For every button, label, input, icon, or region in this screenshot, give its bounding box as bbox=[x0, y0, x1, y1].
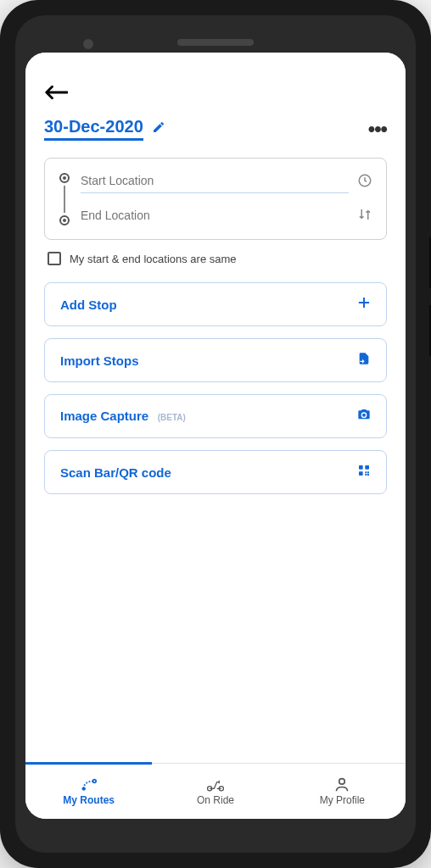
svg-rect-1 bbox=[359, 465, 363, 470]
date-edit-group[interactable]: 30-Dec-2020 bbox=[44, 117, 165, 141]
same-location-checkbox-row[interactable]: My start & end locations are same bbox=[44, 252, 387, 265]
same-location-checkbox[interactable] bbox=[48, 252, 61, 265]
speaker-grille bbox=[177, 39, 254, 46]
svg-point-12 bbox=[339, 778, 345, 784]
nav-my-profile[interactable]: My Profile bbox=[279, 764, 406, 819]
beta-tag: (BETA) bbox=[158, 413, 186, 422]
nav-on-ride[interactable]: On Ride bbox=[152, 764, 278, 819]
nav-my-routes-label: My Routes bbox=[63, 794, 115, 806]
scooter-icon bbox=[205, 777, 226, 793]
start-marker-icon bbox=[59, 173, 70, 183]
status-bar bbox=[25, 53, 406, 76]
svg-rect-4 bbox=[365, 471, 367, 473]
svg-rect-2 bbox=[365, 465, 369, 470]
nav-my-profile-label: My Profile bbox=[320, 794, 365, 806]
import-stops-button[interactable]: Import Stops bbox=[44, 338, 387, 382]
time-icon[interactable] bbox=[357, 173, 372, 192]
back-arrow-icon bbox=[44, 85, 68, 100]
phone-inner: 30-Dec-2020 ••• bbox=[15, 15, 416, 853]
screen: 30-Dec-2020 ••• bbox=[25, 53, 406, 819]
plus-icon bbox=[357, 296, 371, 313]
start-location-input[interactable] bbox=[81, 170, 349, 193]
active-tab-indicator bbox=[25, 762, 152, 765]
image-capture-button[interactable]: Image Capture (BETA) bbox=[44, 394, 387, 438]
camera-icon bbox=[357, 408, 371, 425]
import-stops-label: Import Stops bbox=[60, 353, 139, 368]
same-location-label: My start & end locations are same bbox=[70, 253, 237, 265]
front-camera bbox=[83, 39, 93, 49]
swap-locations-icon[interactable] bbox=[357, 207, 372, 225]
route-date: 30-Dec-2020 bbox=[44, 117, 143, 141]
edit-date-icon bbox=[152, 120, 165, 137]
route-line-icon bbox=[64, 186, 65, 213]
nav-my-routes[interactable]: My Routes bbox=[25, 764, 152, 819]
svg-point-9 bbox=[92, 779, 96, 782]
svg-rect-3 bbox=[359, 471, 363, 476]
svg-rect-5 bbox=[367, 474, 369, 476]
qr-code-icon bbox=[357, 464, 371, 481]
profile-icon bbox=[333, 777, 350, 793]
add-stop-label: Add Stop bbox=[60, 298, 117, 312]
end-marker-icon bbox=[59, 215, 70, 225]
route-icon bbox=[80, 777, 98, 793]
more-options-button[interactable]: ••• bbox=[368, 117, 387, 141]
import-file-icon bbox=[357, 352, 371, 369]
location-card bbox=[44, 158, 387, 240]
add-stop-button[interactable]: Add Stop bbox=[44, 282, 387, 326]
svg-rect-6 bbox=[365, 474, 367, 476]
bottom-navigation: My Routes On Ride My Profile bbox=[25, 763, 406, 819]
scan-code-button[interactable]: Scan Bar/QR code bbox=[44, 450, 387, 494]
main-content: 30-Dec-2020 ••• bbox=[25, 76, 406, 763]
svg-rect-7 bbox=[367, 471, 369, 473]
phone-frame: 30-Dec-2020 ••• bbox=[0, 0, 431, 868]
route-marker-visual bbox=[59, 173, 70, 225]
end-location-input[interactable] bbox=[81, 205, 349, 227]
image-capture-label: Image Capture bbox=[60, 409, 148, 423]
back-button[interactable] bbox=[44, 85, 68, 102]
scan-code-label: Scan Bar/QR code bbox=[60, 465, 171, 480]
nav-on-ride-label: On Ride bbox=[197, 794, 234, 806]
date-header: 30-Dec-2020 ••• bbox=[44, 117, 387, 141]
